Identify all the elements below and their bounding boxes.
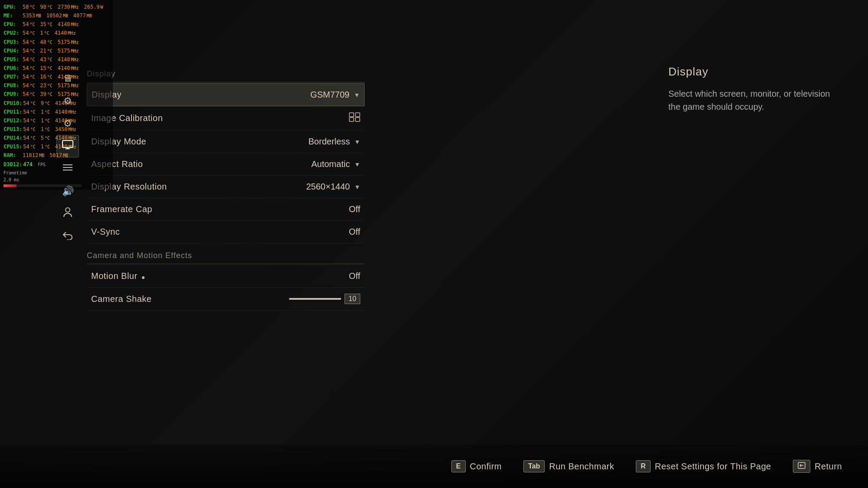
- image-calibration-icon-container: [349, 112, 360, 124]
- run-benchmark-key: Tab: [523, 460, 545, 472]
- sidebar-item-equalizer[interactable]: [56, 157, 79, 180]
- v-sync-value: Off: [349, 227, 360, 237]
- display-value: GSM7709: [310, 90, 349, 100]
- display-mode-row[interactable]: Display Mode Borderless ▼: [87, 131, 365, 153]
- motion-blur-row[interactable]: Motion Blur Off: [87, 265, 365, 288]
- camera-shake-label: Camera Shake: [91, 294, 151, 304]
- info-description: Select which screen, monitor, or televis…: [668, 87, 842, 113]
- display-mode-chevron: ▼: [354, 138, 360, 145]
- svg-point-6: [66, 208, 70, 212]
- settings-panel: Display Display GSM7709 ▼ Image Calibrat…: [87, 65, 365, 440]
- confirm-key: E: [451, 460, 466, 472]
- person-icon: [63, 207, 72, 221]
- slider-value: 10: [345, 294, 360, 304]
- sidebar-item-audio[interactable]: 🔊: [56, 180, 79, 203]
- sidebar-item-settings[interactable]: ⚙: [56, 90, 79, 112]
- v-sync-row[interactable]: V-Sync Off: [87, 221, 365, 243]
- motion-blur-value: Off: [349, 271, 360, 281]
- sidebar-item-back[interactable]: [56, 225, 79, 248]
- aspect-ratio-value: Automatic: [311, 159, 350, 169]
- camera-shake-row[interactable]: Camera Shake 10: [87, 288, 365, 311]
- monitor-icon: [62, 139, 74, 154]
- sidebar: 🖥 ⚙ ⚙ 🔊: [56, 67, 79, 248]
- calibration-icon: [349, 112, 360, 124]
- display-resolution-value-container: 2560×1440 ▼: [306, 182, 360, 192]
- display-chevron: ▼: [354, 92, 360, 98]
- display-icon: 🖥: [63, 73, 72, 84]
- display-row[interactable]: Display GSM7709 ▼: [87, 83, 365, 106]
- display-resolution-chevron: ▼: [354, 183, 360, 190]
- display-resolution-value: 2560×1440: [306, 182, 350, 192]
- settings-icon: ⚙: [63, 95, 72, 107]
- return-action[interactable]: Return: [793, 460, 842, 473]
- display-mode-value-container: Borderless ▼: [309, 137, 360, 147]
- camera-section-header: Camera and Motion Effects: [87, 243, 365, 264]
- sidebar-item-monitor[interactable]: [56, 135, 79, 157]
- info-panel: Display Select which screen, monitor, or…: [668, 65, 842, 113]
- motion-blur-label: Motion Blur: [91, 271, 145, 281]
- confirm-action[interactable]: E Confirm: [451, 460, 502, 472]
- return-label: Return: [815, 462, 842, 472]
- svg-rect-8: [355, 113, 360, 117]
- audio-icon: 🔊: [62, 186, 74, 197]
- aspect-ratio-value-container: Automatic ▼: [311, 159, 360, 169]
- run-benchmark-label: Run Benchmark: [549, 462, 614, 472]
- equalizer-icon: [62, 163, 73, 175]
- sidebar-item-settings2[interactable]: ⚙: [56, 112, 79, 135]
- settings2-icon: ⚙: [63, 118, 72, 129]
- reset-settings-action[interactable]: R Reset Settings for This Page: [636, 460, 771, 472]
- sidebar-item-display[interactable]: 🖥: [56, 67, 79, 90]
- framerate-cap-label: Framerate Cap: [91, 204, 152, 214]
- aspect-ratio-row[interactable]: Aspect Ratio Automatic ▼: [87, 153, 365, 176]
- display-section-header: Display: [87, 65, 365, 82]
- run-benchmark-action[interactable]: Tab Run Benchmark: [523, 460, 614, 472]
- framerate-cap-value: Off: [349, 204, 360, 214]
- svg-rect-0: [62, 141, 73, 147]
- framerate-cap-row[interactable]: Framerate Cap Off: [87, 198, 365, 221]
- slider-track: [289, 298, 341, 300]
- camera-shake-slider[interactable]: 10: [289, 294, 360, 304]
- display-value-container: GSM7709 ▼: [310, 90, 360, 100]
- svg-rect-9: [349, 118, 354, 121]
- reset-settings-key: R: [636, 460, 651, 472]
- bottom-bar: E Confirm Tab Run Benchmark R Reset Sett…: [0, 445, 868, 488]
- confirm-label: Confirm: [470, 462, 502, 472]
- v-sync-label: V-Sync: [91, 227, 120, 237]
- image-calibration-row[interactable]: Image Calibration: [87, 106, 365, 131]
- display-resolution-row[interactable]: Display Resolution 2560×1440 ▼: [87, 176, 365, 198]
- camera-shake-value-container: 10: [289, 294, 360, 304]
- return-key: [793, 460, 810, 473]
- slider-fill: [289, 298, 341, 300]
- info-title: Display: [668, 65, 842, 79]
- reset-settings-label: Reset Settings for This Page: [655, 462, 771, 472]
- svg-rect-7: [349, 113, 354, 117]
- sidebar-item-person[interactable]: [56, 203, 79, 225]
- back-icon: [62, 230, 73, 242]
- svg-rect-10: [355, 118, 360, 121]
- motion-blur-dot: [142, 276, 145, 279]
- aspect-ratio-chevron: ▼: [354, 161, 360, 168]
- display-mode-value: Borderless: [309, 137, 350, 147]
